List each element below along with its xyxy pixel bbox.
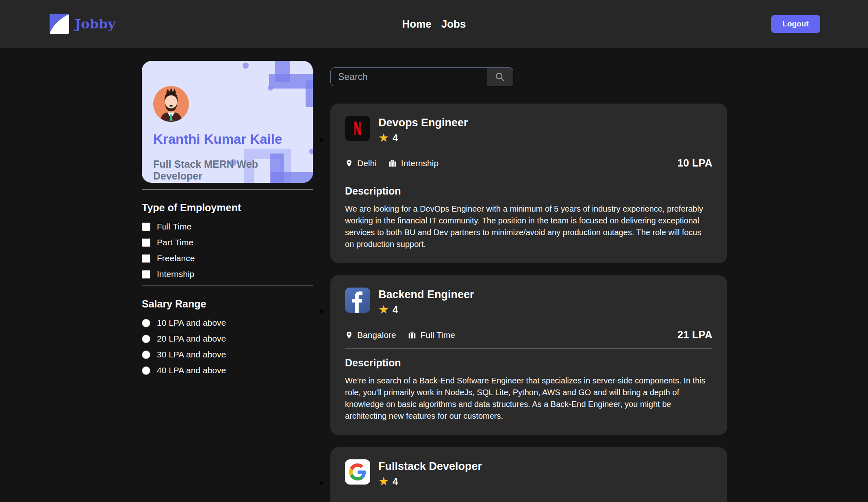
- location-pin-icon: [345, 331, 353, 340]
- briefcase-icon: [388, 159, 397, 168]
- job-description-title: Description: [345, 357, 712, 369]
- salary-radio[interactable]: [142, 366, 150, 375]
- nav-link-home[interactable]: Home: [402, 18, 432, 30]
- jobby-logo-icon: [50, 14, 69, 34]
- search-bar: [330, 67, 513, 86]
- sidebar-separator: [142, 189, 313, 190]
- employment-checkbox-row[interactable]: Internship: [142, 269, 313, 279]
- salary-radio-label: 30 LPA and above: [157, 350, 226, 359]
- job-card-header: Devops Engineer ★ 4: [345, 116, 712, 144]
- salary-radio-row[interactable]: 20 LPA and above: [142, 334, 313, 344]
- job-card[interactable]: Devops Engineer ★ 4 Delhi: [330, 104, 727, 263]
- star-icon: ★: [378, 132, 389, 144]
- salary-radio-row[interactable]: 30 LPA and above: [142, 350, 313, 359]
- logout-button[interactable]: Logout: [771, 15, 820, 33]
- job-employment-type: Full Time: [421, 330, 455, 340]
- employment-checkbox-row[interactable]: Freelance: [142, 253, 313, 263]
- job-card-header: Backend Engineer ★ 4: [345, 288, 712, 316]
- star-icon: ★: [378, 476, 389, 487]
- job-package: 21 LPA: [677, 329, 712, 341]
- search-input[interactable]: [331, 68, 487, 86]
- sidebar-separator: [142, 286, 313, 286]
- employment-checkbox[interactable]: [142, 238, 150, 247]
- job-meta-row: Bangalore Full Time 21 LPA: [345, 329, 712, 341]
- job-title: Backend Engineer: [378, 288, 474, 301]
- employment-checkbox[interactable]: [142, 254, 150, 263]
- profile-avatar: [153, 86, 189, 122]
- job-title: Devops Engineer: [378, 117, 468, 129]
- job-card-separator: [345, 348, 712, 349]
- salary-radio[interactable]: [142, 335, 150, 343]
- job-meta-row: Hyderabad Internship 10 LPA: [345, 500, 712, 502]
- employment-filter-title: Type of Employment: [142, 202, 313, 214]
- app-logo[interactable]: Jobby: [50, 14, 115, 34]
- job-card[interactable]: Backend Engineer ★ 4 Bangalo: [330, 275, 727, 435]
- job-rating-value: 4: [393, 132, 398, 144]
- job-card-separator: [345, 177, 712, 177]
- job-type-item: Full Time: [408, 330, 455, 340]
- star-icon: ★: [378, 304, 389, 316]
- main-content: Kranthi Kumar Kaile Full Stack MERN Web …: [0, 48, 868, 502]
- job-card-header: Fullstack Developer ★ 4: [345, 459, 712, 487]
- briefcase-icon: [408, 331, 417, 340]
- salary-radio-label: 20 LPA and above: [157, 334, 226, 344]
- job-rating-row: ★ 4: [378, 132, 468, 144]
- facebook-logo-icon: [345, 288, 370, 313]
- decor-dot: [243, 63, 249, 69]
- employment-checkbox-row[interactable]: Part Time: [142, 238, 313, 247]
- jobs-column: Devops Engineer ★ 4 Delhi: [330, 61, 727, 502]
- job-location-item: Bangalore: [345, 330, 396, 340]
- job-meta-row: Delhi Internship 10 LPA: [345, 157, 712, 169]
- decor-dot: [309, 149, 313, 154]
- employment-checkbox-label: Part Time: [157, 238, 193, 247]
- salary-radio-label: 40 LPA and above: [157, 366, 226, 375]
- job-location-item: Delhi: [345, 158, 377, 168]
- profile-name: Kranthi Kumar Kaile: [153, 132, 302, 147]
- job-card[interactable]: Fullstack Developer ★ 4 Hyde: [330, 447, 727, 502]
- employment-filter-list: Full Time Part Time Freelance Internship: [142, 222, 313, 279]
- main-nav: Home Jobs: [402, 18, 466, 30]
- salary-filter-title: Salary Range: [142, 298, 313, 310]
- profile-card: Kranthi Kumar Kaile Full Stack MERN Web …: [142, 61, 313, 183]
- salary-radio-label: 10 LPA and above: [157, 318, 226, 328]
- job-description-text: We are looking for a DevOps Engineer wit…: [345, 203, 712, 250]
- job-type-item: Internship: [388, 158, 438, 168]
- job-description-text: We’re in search of a Back-End Software E…: [345, 375, 712, 422]
- salary-radio-row[interactable]: 40 LPA and above: [142, 366, 313, 375]
- job-title-block: Devops Engineer ★ 4: [378, 116, 468, 144]
- netflix-logo-icon: [345, 116, 370, 141]
- employment-checkbox-label: Full Time: [157, 222, 191, 232]
- job-rating-value: 4: [393, 476, 398, 487]
- decor-dot: [268, 85, 273, 91]
- sidebar: Kranthi Kumar Kaile Full Stack MERN Web …: [142, 61, 313, 381]
- job-employment-type: Internship: [401, 158, 438, 168]
- app-header: Jobby Home Jobs Logout: [0, 0, 868, 48]
- employment-checkbox-row[interactable]: Full Time: [142, 222, 313, 232]
- jobs-list: Devops Engineer ★ 4 Delhi: [330, 104, 727, 502]
- job-location: Delhi: [357, 158, 377, 168]
- job-rating-value: 4: [393, 304, 398, 316]
- job-title-block: Fullstack Developer ★ 4: [378, 459, 482, 487]
- search-button[interactable]: [487, 68, 513, 86]
- job-title-block: Backend Engineer ★ 4: [378, 288, 474, 316]
- employment-checkbox-label: Freelance: [157, 253, 195, 263]
- employment-checkbox[interactable]: [142, 270, 150, 279]
- search-icon: [495, 71, 505, 82]
- salary-radio[interactable]: [142, 319, 150, 327]
- nav-link-jobs[interactable]: Jobs: [441, 18, 466, 30]
- profile-bio: Full Stack MERN Web Developer: [153, 158, 302, 182]
- job-title: Fullstack Developer: [378, 460, 482, 473]
- employment-checkbox-label: Internship: [157, 269, 194, 279]
- job-package: 10 LPA: [677, 500, 712, 502]
- decor-bar: [306, 80, 313, 107]
- job-rating-row: ★ 4: [378, 476, 482, 487]
- job-location: Bangalore: [357, 330, 396, 340]
- salary-filter-list: 10 LPA and above 20 LPA and above 30 LPA…: [142, 318, 313, 375]
- salary-radio[interactable]: [142, 351, 150, 359]
- app-logo-text: Jobby: [75, 16, 115, 32]
- employment-checkbox[interactable]: [142, 223, 150, 231]
- location-pin-icon: [345, 159, 353, 168]
- job-rating-row: ★ 4: [378, 304, 474, 316]
- google-logo-icon: [345, 459, 370, 485]
- salary-radio-row[interactable]: 10 LPA and above: [142, 318, 313, 328]
